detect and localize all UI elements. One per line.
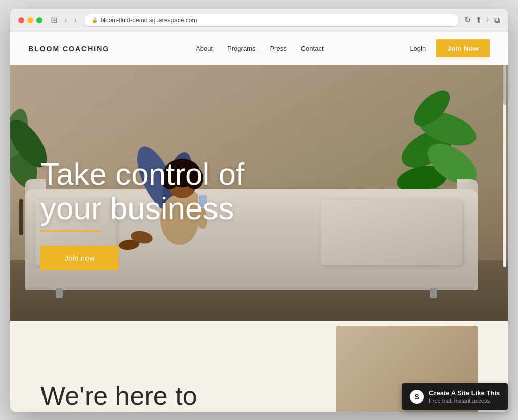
forward-button[interactable]: › [72, 15, 78, 26]
nav-actions: Login Join Now [410, 39, 490, 57]
tabs-icon[interactable]: ⧉ [494, 16, 500, 25]
below-hero-title: We're here to [40, 380, 197, 411]
nav-link-about[interactable]: About [196, 45, 213, 52]
nav-link-press[interactable]: Press [270, 45, 286, 52]
hero-section: BLOOM COACHING About Programs Press Cont… [10, 32, 508, 321]
squarespace-logo-letter: S [414, 393, 419, 401]
site-logo[interactable]: BLOOM COACHING [28, 45, 109, 53]
squarespace-badge[interactable]: S Create A Site Like This Free trial. In… [402, 383, 508, 410]
browser-window: ⊞ ‹ › 🔒 bloom-fluid-demo.squarespace.com… [10, 9, 508, 412]
maximize-traffic-light[interactable] [36, 17, 42, 23]
lock-icon: 🔒 [92, 17, 98, 23]
hero-title: Take control of your business [40, 157, 244, 226]
badge-text: Create A Site Like This Free trial. Inst… [429, 389, 500, 404]
traffic-lights [18, 17, 42, 23]
hero-title-line2: your business [40, 191, 234, 226]
url-text: bloom-fluid-demo.squarespace.com [101, 17, 197, 24]
browser-chrome: ⊞ ‹ › 🔒 bloom-fluid-demo.squarespace.com… [10, 9, 508, 32]
sidebar-toggle-icon[interactable]: ⊞ [49, 14, 59, 26]
nav-link-contact[interactable]: Contact [301, 45, 324, 52]
scrollbar-thumb[interactable] [503, 65, 506, 105]
join-now-button[interactable]: Join Now [436, 39, 490, 57]
hero-title-line1: Take control of [40, 156, 244, 191]
back-button[interactable]: ‹ [62, 15, 69, 26]
squarespace-logo: S [410, 390, 424, 404]
reload-button[interactable]: ↻ [464, 15, 471, 25]
hero-content: Take control of your business Join now [40, 157, 244, 270]
browser-actions: ↻ ⬆ + ⧉ [464, 15, 500, 25]
website-content: BLOOM COACHING About Programs Press Cont… [10, 32, 508, 412]
nav-link-programs[interactable]: Programs [227, 45, 255, 52]
new-tab-icon[interactable]: + [486, 16, 490, 25]
close-traffic-light[interactable] [18, 17, 24, 23]
badge-title: Create A Site Like This [429, 389, 500, 398]
share-icon[interactable]: ⬆ [475, 15, 482, 25]
browser-nav-controls: ⊞ ‹ › [49, 14, 79, 26]
address-bar[interactable]: 🔒 bloom-fluid-demo.squarespace.com [85, 14, 458, 27]
badge-subtitle: Free trial. Instant access. [429, 398, 500, 404]
navbar: BLOOM COACHING About Programs Press Cont… [10, 32, 508, 65]
hero-underline [40, 230, 101, 232]
nav-links: About Programs Press Contact [196, 45, 323, 52]
hero-cta-button[interactable]: Join now [40, 246, 119, 270]
login-link[interactable]: Login [410, 45, 426, 52]
minimize-traffic-light[interactable] [27, 17, 33, 23]
scrollbar[interactable] [503, 65, 506, 267]
